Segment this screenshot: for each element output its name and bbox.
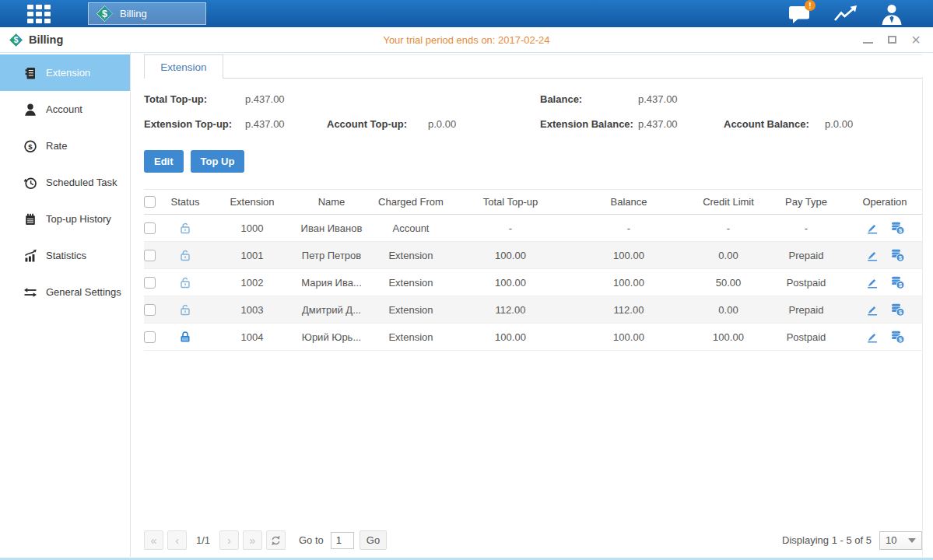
cell-name: Иван Иванов <box>296 222 367 234</box>
cell-extension: 1000 <box>208 222 296 234</box>
page-size-select[interactable]: 10 <box>879 531 922 550</box>
sidebar-item-label: Statistics <box>46 250 86 261</box>
row-checkbox[interactable] <box>144 222 156 234</box>
app-grid-icon[interactable] <box>27 5 51 23</box>
chat-icon[interactable]: ! <box>788 3 812 24</box>
table-row: 1000 Иван Иванов Account - - - - <box>144 215 922 242</box>
prev-page-button[interactable]: ‹ <box>167 530 187 550</box>
account-topup-value: p.0.00 <box>428 118 540 130</box>
sidebar-item-rate[interactable]: $ Rate <box>0 128 130 164</box>
cell-balance: 100.00 <box>566 277 692 289</box>
edit-icon[interactable] <box>865 248 879 262</box>
column-header-status: Status <box>163 196 208 208</box>
sidebar-item-topup-history[interactable]: Top-up History <box>0 201 130 237</box>
tab-extension[interactable]: Extension <box>144 54 223 79</box>
chevron-down-icon <box>908 538 916 543</box>
column-header-credit-limit: Credit Limit <box>692 196 765 208</box>
extension-balance-value: p.437.00 <box>638 118 724 130</box>
sidebar-item-label: General Settings <box>46 286 121 298</box>
edit-icon[interactable] <box>865 221 879 235</box>
extension-topup-value: p.437.00 <box>245 118 327 130</box>
column-header-pay-type: Pay Type <box>765 196 847 208</box>
unlock-icon[interactable] <box>178 248 192 262</box>
total-topup-value: p.437.00 <box>245 93 327 105</box>
cell-total-topup: 112.00 <box>455 304 566 316</box>
first-page-button[interactable]: « <box>144 530 163 550</box>
table-row: 1002 Мария Ива... Extension 100.00 100.0… <box>144 269 922 296</box>
sidebar-item-general-settings[interactable]: General Settings <box>0 274 130 310</box>
tab-strip-filler <box>223 54 922 78</box>
row-checkbox[interactable] <box>144 277 156 289</box>
top-up-coins-icon[interactable]: $ <box>890 303 905 317</box>
cell-charged-from: Account <box>367 222 455 234</box>
user-icon[interactable] <box>880 3 903 25</box>
unlock-icon[interactable] <box>178 275 192 289</box>
edit-icon[interactable] <box>865 330 879 344</box>
maximize-button[interactable] <box>886 33 898 46</box>
goto-page-input[interactable] <box>331 532 354 549</box>
taskbar-tab-billing[interactable]: $ Billing <box>88 2 206 25</box>
column-header-charged-from: Charged From <box>367 196 455 208</box>
column-header-operation: Operation <box>847 196 922 208</box>
cell-extension: 1004 <box>208 331 296 343</box>
displaying-count: Displaying 1 - 5 of 5 <box>782 534 872 546</box>
top-up-button[interactable]: Top Up <box>191 150 245 173</box>
statistics-icon <box>23 249 37 263</box>
page-size-value: 10 <box>886 534 896 546</box>
last-page-button[interactable]: » <box>243 530 262 550</box>
refresh-button[interactable] <box>266 530 286 550</box>
cell-name: Петр Петров <box>296 250 367 261</box>
top-up-coins-icon[interactable]: $ <box>890 248 905 262</box>
row-checkbox[interactable] <box>144 304 156 316</box>
sidebar-item-label: Account <box>46 103 82 115</box>
balance-label: Balance: <box>540 93 638 105</box>
billing-summary: Total Top-up: p.437.00 Balance: p.437.00… <box>144 93 922 130</box>
unlock-icon[interactable] <box>178 303 192 317</box>
top-up-coins-icon[interactable]: $ <box>890 275 905 289</box>
svg-text:$: $ <box>102 9 107 19</box>
chart-icon[interactable] <box>833 4 859 24</box>
trial-notice: Your trial period ends on: 2017-02-24 <box>0 34 933 46</box>
extension-balance-label: Extension Balance: <box>540 118 638 130</box>
sidebar-item-label: Rate <box>46 140 67 152</box>
taskbar-tab-label: Billing <box>120 8 147 19</box>
edit-icon[interactable] <box>865 275 879 289</box>
select-all-checkbox[interactable] <box>144 196 156 208</box>
cell-total-topup: 100.00 <box>455 277 566 289</box>
sidebar-item-scheduled-task[interactable]: Scheduled Task <box>0 164 130 201</box>
row-checkbox[interactable] <box>144 331 156 343</box>
sidebar-item-extension[interactable]: Extension <box>0 54 130 91</box>
close-button[interactable]: × <box>910 33 922 46</box>
unlock-icon[interactable] <box>178 221 192 235</box>
scheduled-task-icon <box>23 176 37 190</box>
cell-balance: 100.00 <box>566 250 692 261</box>
cell-credit-limit: 0.00 <box>692 304 765 316</box>
next-page-button[interactable]: › <box>219 530 239 550</box>
window-titlebar: $ Billing Your trial period ends on: 201… <box>0 27 933 53</box>
cell-balance: 112.00 <box>566 304 692 316</box>
cell-total-topup: - <box>455 222 566 234</box>
row-checkbox[interactable] <box>144 250 156 261</box>
sidebar-item-statistics[interactable]: Statistics <box>0 237 130 274</box>
edit-icon[interactable] <box>865 303 879 317</box>
sidebar-item-label: Extension <box>46 67 90 79</box>
main-panel: Extension Total Top-up: p.437.00 Balance… <box>131 53 933 557</box>
cell-credit-limit: 0.00 <box>692 250 765 261</box>
table-row: 1003 Дмитрий Д... Extension 112.00 112.0… <box>144 296 922 324</box>
top-up-coins-icon[interactable]: $ <box>890 221 905 235</box>
svg-text:$: $ <box>28 142 33 151</box>
cell-balance: 100.00 <box>566 331 692 343</box>
cell-balance: - <box>566 222 692 234</box>
edit-button[interactable]: Edit <box>144 150 184 173</box>
cell-charged-from: Extension <box>367 277 455 289</box>
cell-credit-limit: - <box>692 222 765 234</box>
table-row: 1001 Петр Петров Extension 100.00 100.00… <box>144 242 922 269</box>
billing-app-window: { "colors": { "topbar_blue": "#1c6fbe", … <box>0 0 933 560</box>
go-button[interactable]: Go <box>360 530 387 550</box>
lock-icon[interactable] <box>178 330 192 344</box>
sidebar-item-account[interactable]: Account <box>0 91 130 128</box>
minimize-button[interactable] <box>861 33 874 46</box>
table-row: 1004 Юрий Юрь... Extension 100.00 100.00… <box>144 324 922 351</box>
top-up-coins-icon[interactable]: $ <box>890 330 905 344</box>
cell-credit-limit: 50.00 <box>692 277 765 289</box>
